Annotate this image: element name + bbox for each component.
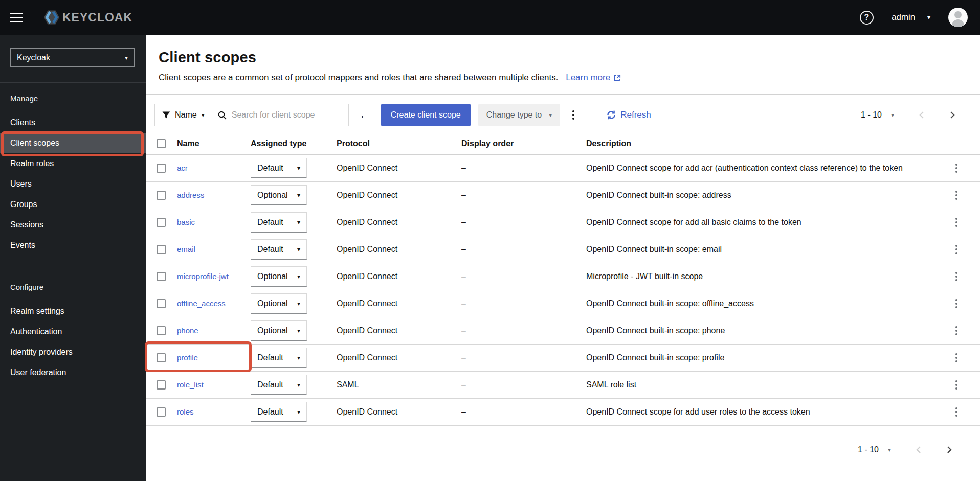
row-kebab-menu[interactable] bbox=[950, 403, 963, 421]
scope-name-link[interactable]: acr bbox=[177, 164, 188, 172]
assigned-type-select[interactable]: Default ▾ bbox=[251, 402, 307, 422]
description-value: OpenID Connect scope for add acr (authen… bbox=[586, 155, 950, 182]
chevron-down-icon: ▾ bbox=[125, 55, 128, 61]
main-content: Client scopes Client scopes are a common… bbox=[146, 35, 980, 481]
row-kebab-menu[interactable] bbox=[950, 349, 963, 367]
assigned-type-value: Default bbox=[257, 218, 283, 227]
filter-dropdown[interactable]: Name ▾ bbox=[155, 104, 212, 126]
refresh-button[interactable]: Refresh bbox=[604, 109, 654, 121]
row-checkbox[interactable] bbox=[157, 245, 166, 254]
row-kebab-menu[interactable] bbox=[950, 322, 963, 339]
hamburger-icon[interactable] bbox=[5, 6, 28, 29]
chevron-down-icon: ▾ bbox=[297, 192, 300, 198]
row-checkbox[interactable] bbox=[157, 326, 166, 335]
scope-name-link[interactable]: role_list bbox=[177, 380, 204, 389]
sidebar-item-identity-providers[interactable]: Identity providers bbox=[0, 342, 146, 362]
sidebar-item-groups[interactable]: Groups bbox=[0, 194, 146, 215]
row-kebab-menu[interactable] bbox=[950, 241, 963, 258]
protocol-value: OpenID Connect bbox=[337, 209, 461, 236]
assigned-type-select[interactable]: Default ▾ bbox=[251, 348, 307, 368]
row-checkbox[interactable] bbox=[157, 218, 166, 227]
description-value: OpenID Connect built-in scope: phone bbox=[586, 317, 950, 345]
pagination-options-toggle[interactable]: ▾ bbox=[888, 109, 897, 121]
assigned-type-select[interactable]: Optional ▾ bbox=[251, 185, 307, 205]
row-checkbox[interactable] bbox=[157, 407, 166, 417]
display-order-value: – bbox=[461, 263, 586, 290]
avatar[interactable] bbox=[948, 8, 968, 27]
assigned-type-select[interactable]: Optional ▾ bbox=[251, 266, 307, 287]
create-client-scope-button[interactable]: Create client scope bbox=[381, 104, 471, 126]
row-checkbox[interactable] bbox=[157, 299, 166, 308]
chevron-right-icon bbox=[945, 445, 953, 454]
select-all-checkbox[interactable] bbox=[157, 139, 166, 148]
table-row: phone Optional ▾ OpenID Connect – OpenID… bbox=[146, 317, 980, 345]
scope-name-link[interactable]: phone bbox=[177, 326, 198, 335]
protocol-value: OpenID Connect bbox=[337, 236, 461, 263]
sidebar-item-events[interactable]: Events bbox=[0, 235, 146, 256]
change-type-dropdown[interactable]: Change type to ▾ bbox=[478, 104, 561, 126]
row-kebab-menu[interactable] bbox=[950, 295, 963, 312]
assigned-type-select[interactable]: Default ▾ bbox=[251, 212, 307, 233]
scope-name-link[interactable]: roles bbox=[177, 407, 194, 416]
sidebar-item-realm-settings[interactable]: Realm settings bbox=[0, 301, 146, 322]
chevron-down-icon: ▾ bbox=[891, 112, 894, 118]
table-row: role_list Default ▾ SAML – SAML role lis… bbox=[146, 372, 980, 399]
table-row: profile Default ▾ OpenID Connect – OpenI… bbox=[146, 345, 980, 372]
filter-funnel-icon bbox=[162, 111, 170, 119]
scope-name-link[interactable]: basic bbox=[177, 218, 195, 226]
toolbar-kebab-menu[interactable] bbox=[567, 106, 580, 124]
row-kebab-menu[interactable] bbox=[950, 187, 963, 204]
sidebar-item-users[interactable]: Users bbox=[0, 174, 146, 194]
row-checkbox[interactable] bbox=[157, 353, 166, 362]
pagination-next-button[interactable] bbox=[945, 107, 960, 123]
sidebar-item-user-federation[interactable]: User federation bbox=[0, 362, 146, 383]
sidebar-item-authentication[interactable]: Authentication bbox=[0, 322, 146, 342]
realm-selector[interactable]: Keycloak ▾ bbox=[10, 48, 135, 67]
scope-name-link[interactable]: microprofile-jwt bbox=[177, 272, 229, 281]
row-checkbox[interactable] bbox=[157, 380, 166, 390]
search-input[interactable] bbox=[212, 104, 348, 126]
pagination-options-toggle[interactable]: ▾ bbox=[885, 444, 894, 456]
pagination-range: 1 - 10 bbox=[858, 445, 879, 454]
description-value: Microprofile - JWT built-in scope bbox=[586, 263, 950, 290]
table-row: offline_access Optional ▾ OpenID Connect… bbox=[146, 290, 980, 317]
scope-name-link[interactable]: email bbox=[177, 245, 195, 254]
scope-name-link[interactable]: profile bbox=[177, 353, 198, 362]
pagination-next-button[interactable] bbox=[942, 442, 956, 457]
assigned-type-select[interactable]: Default ▾ bbox=[251, 239, 307, 260]
assigned-type-value: Optional bbox=[257, 299, 288, 308]
column-header-assigned-type: Assigned type bbox=[251, 132, 337, 155]
assigned-type-value: Default bbox=[257, 353, 283, 362]
display-order-value: – bbox=[461, 209, 586, 236]
assigned-type-select[interactable]: Optional ▾ bbox=[251, 320, 307, 341]
pagination-prev-button[interactable] bbox=[915, 107, 929, 123]
filter-dropdown-label: Name bbox=[175, 110, 197, 120]
scope-name-link[interactable]: offline_access bbox=[177, 299, 226, 308]
sidebar: Keycloak ▾ ManageClientsClient scopesRea… bbox=[0, 35, 146, 481]
sidebar-item-clients[interactable]: Clients bbox=[0, 112, 146, 133]
question-circle-icon[interactable]: ? bbox=[860, 11, 874, 25]
row-kebab-menu[interactable] bbox=[950, 268, 963, 285]
row-kebab-menu[interactable] bbox=[950, 159, 963, 177]
chevron-down-icon: ▾ bbox=[549, 112, 552, 118]
scope-name-link[interactable]: address bbox=[177, 191, 204, 199]
search-submit-button[interactable]: → bbox=[348, 104, 372, 126]
user-menu-dropdown[interactable]: admin ▾ bbox=[885, 8, 937, 27]
display-order-value: – bbox=[461, 345, 586, 372]
row-kebab-menu[interactable] bbox=[950, 376, 963, 394]
row-checkbox[interactable] bbox=[157, 272, 166, 281]
chevron-down-icon: ▾ bbox=[297, 246, 300, 253]
assigned-type-select[interactable]: Optional ▾ bbox=[251, 293, 307, 314]
row-kebab-menu[interactable] bbox=[950, 214, 963, 231]
row-checkbox[interactable] bbox=[157, 164, 166, 173]
assigned-type-select[interactable]: Default ▾ bbox=[251, 158, 307, 178]
sidebar-item-realm-roles[interactable]: Realm roles bbox=[0, 153, 146, 174]
assigned-type-value: Default bbox=[257, 380, 283, 390]
sidebar-item-client-scopes[interactable]: Client scopes bbox=[0, 133, 146, 153]
pagination-prev-button[interactable] bbox=[911, 442, 926, 457]
assigned-type-select[interactable]: Default ▾ bbox=[251, 375, 307, 395]
row-checkbox[interactable] bbox=[157, 191, 166, 200]
learn-more-link[interactable]: Learn more bbox=[566, 73, 621, 83]
sidebar-item-sessions[interactable]: Sessions bbox=[0, 215, 146, 235]
table-row: microprofile-jwt Optional ▾ OpenID Conne… bbox=[146, 263, 980, 290]
